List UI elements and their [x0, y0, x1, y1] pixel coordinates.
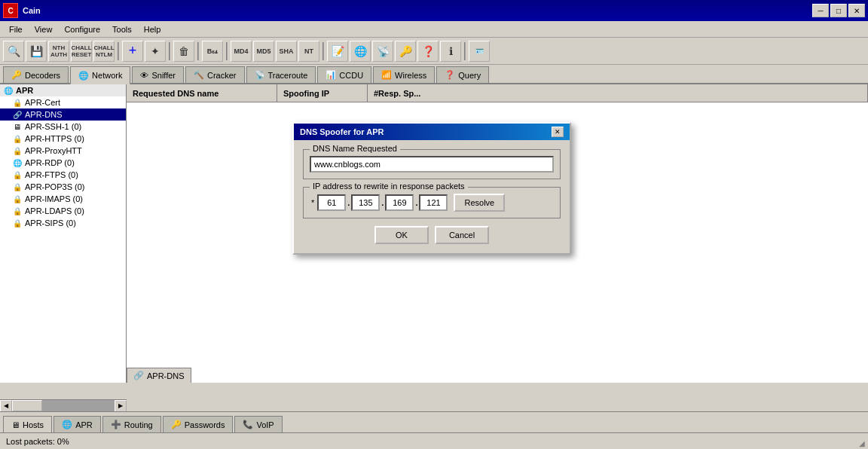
- app-title: Cain: [23, 6, 41, 15]
- toolbar-btn-star[interactable]: ✦: [145, 41, 166, 62]
- tree-item-apr-ldaps[interactable]: 🔒 APR-LDAPS (0): [0, 205, 126, 217]
- apr-tab-icon: 🌐: [62, 420, 72, 429]
- bottom-tab-apr[interactable]: 🌐 APR: [53, 416, 101, 432]
- aprhttps-icon: 🔒: [12, 135, 23, 143]
- tab-cracker[interactable]: 🔨 Cracker: [185, 66, 245, 83]
- scroll-right-btn[interactable]: ▶: [115, 400, 127, 412]
- toolbar-btn-b64[interactable]: B₆₄: [202, 41, 223, 62]
- toolbar-btn-net[interactable]: 🌐: [350, 41, 371, 62]
- resolve-button[interactable]: Resolve: [454, 194, 505, 212]
- close-button[interactable]: ✕: [848, 4, 865, 17]
- tab-ccdu[interactable]: 📊 CCDU: [317, 66, 371, 83]
- menu-view[interactable]: View: [29, 23, 59, 35]
- tab-query[interactable]: ❓ Query: [436, 66, 489, 83]
- tree-item-apr-sips[interactable]: 🔒 APR-SIPS (0): [0, 217, 126, 229]
- menu-configure[interactable]: Configure: [58, 23, 106, 35]
- ip-field-2[interactable]: [351, 194, 380, 211]
- menu-help[interactable]: Help: [138, 23, 167, 35]
- menu-bar: File View Configure Tools Help: [0, 21, 868, 38]
- tree-aprcert-label: APR-Cert: [25, 98, 60, 107]
- toolbar-btn-info[interactable]: ℹ: [440, 41, 461, 62]
- toolbar-sep-5: [322, 42, 324, 60]
- ip-field-1[interactable]: [317, 194, 346, 211]
- ip-field-3[interactable]: [385, 194, 414, 211]
- tree-item-apr-pop3s[interactable]: 🔒 APR-POP3S (0): [0, 181, 126, 193]
- toolbar-btn-chall[interactable]: CHALLRESET: [71, 41, 92, 62]
- tab-wireless[interactable]: 📶 Wireless: [373, 66, 435, 83]
- cancel-button[interactable]: Cancel: [435, 226, 489, 244]
- tree-item-apr-imaps[interactable]: 🔒 APR-IMAPS (0): [0, 193, 126, 205]
- bottom-tab-voip[interactable]: 📞 VoIP: [234, 416, 282, 432]
- tree-item-apr-rdp[interactable]: 🌐 APR-RDP (0): [0, 157, 126, 169]
- tree-aprftps-label: APR-FTPS (0): [25, 170, 78, 179]
- aprsips-icon: 🔒: [12, 219, 23, 228]
- tree-item-apr-ftps[interactable]: 🔒 APR-FTPS (0): [0, 169, 126, 181]
- col-resp-sp: #Resp. Sp...: [368, 84, 868, 102]
- toolbar-btn-id[interactable]: 🪪: [469, 41, 490, 62]
- aprimaps-icon: 🔒: [12, 195, 23, 203]
- hosts-tab-label: Hosts: [23, 420, 44, 429]
- dialog-close-button[interactable]: ✕: [552, 127, 564, 137]
- toolbar-btn-chall2[interactable]: CHALLNTLM: [93, 41, 115, 62]
- passwords-tab-icon: 🔑: [171, 420, 182, 429]
- ip-dot-3: .: [415, 198, 417, 207]
- toolbar-btn-2[interactable]: 💾: [26, 41, 47, 62]
- tree-aprpop3s-label: APR-POP3S (0): [25, 182, 84, 191]
- bottom-tab-routing[interactable]: ➕ Routing: [102, 416, 161, 432]
- bottom-tab-hosts[interactable]: 🖥 Hosts: [3, 416, 52, 432]
- tab-query-label: Query: [458, 71, 481, 80]
- sidebar-scrollbar[interactable]: ◀ ▶: [0, 399, 127, 411]
- bottom-tab-passwords[interactable]: 🔑 Passwords: [163, 416, 234, 432]
- tab-cracker-label: Cracker: [207, 71, 237, 80]
- tree-aprldaps-label: APR-LDAPS (0): [25, 206, 84, 215]
- resize-grip[interactable]: ◢: [856, 437, 868, 449]
- tree-item-apr[interactable]: 🌐 APR: [0, 84, 126, 96]
- tree-aprsips-label: APR-SIPS (0): [25, 218, 76, 228]
- dns-name-group: DNS Name Requested: [303, 149, 561, 179]
- ip-row: * . . . Resolve: [310, 194, 554, 212]
- cracker-icon: 🔨: [194, 70, 204, 80]
- tree-aprssh1-label: APR-SSH-1 (0): [25, 122, 81, 131]
- dns-spoofer-dialog: DNS Spoofer for APR ✕ DNS Name Requested…: [292, 122, 571, 255]
- dialog-title-text: DNS Spoofer for APR: [300, 127, 384, 136]
- minimize-button[interactable]: ─: [812, 4, 829, 17]
- toolbar-btn-m1[interactable]: MD4: [231, 41, 252, 62]
- ip-field-4[interactable]: [419, 194, 448, 211]
- toolbar-btn-key[interactable]: 🔑: [395, 41, 416, 62]
- dialog-body: DNS Name Requested IP address to rewrite…: [294, 140, 570, 253]
- ip-asterisk: *: [310, 198, 316, 207]
- scroll-left-btn[interactable]: ◀: [0, 400, 12, 412]
- toolbar-btn-wifi[interactable]: 📡: [372, 41, 393, 62]
- tree-item-apr-cert[interactable]: 🔒 APR-Cert: [0, 96, 126, 108]
- toolbar-btn-q[interactable]: ❓: [417, 41, 439, 62]
- tab-network[interactable]: 🌐 Network: [70, 66, 130, 84]
- bottom-tab-bar: 🖥 Hosts 🌐 APR ➕ Routing 🔑 Passwords 📞 Vo…: [0, 411, 868, 432]
- toolbar-btn-edit[interactable]: 📝: [327, 41, 348, 62]
- apr-dns-bottom-tab[interactable]: 🔗 APR-DNS: [127, 368, 191, 383]
- tab-sniffer[interactable]: 👁 Sniffer: [132, 66, 184, 83]
- ok-button[interactable]: OK: [374, 226, 429, 244]
- tree-item-apr-https[interactable]: 🔒 APR-HTTPS (0): [0, 133, 126, 145]
- toolbar-btn-m2[interactable]: MD5: [253, 41, 274, 62]
- tab-traceroute-label: Traceroute: [268, 71, 308, 80]
- tab-decoders[interactable]: 🔑 Decoders: [3, 66, 69, 83]
- toolbar-btn-plus[interactable]: +: [122, 41, 143, 62]
- window-controls: ─ □ ✕: [812, 4, 865, 17]
- toolbar-btn-m3[interactable]: SHA: [276, 41, 297, 62]
- toolbar-btn-1[interactable]: 🔍: [3, 41, 24, 62]
- toolbar-btn-delete[interactable]: 🗑: [173, 41, 194, 62]
- tree-aprimaps-label: APR-IMAPS (0): [25, 194, 83, 203]
- toolbar-btn-ntlm[interactable]: NTHAUTH: [48, 41, 69, 62]
- menu-tools[interactable]: Tools: [106, 23, 138, 35]
- tree-item-apr-proxyhttp[interactable]: 🔒 APR-ProxyHTT: [0, 145, 126, 157]
- dns-name-input[interactable]: [310, 156, 554, 173]
- tree-item-apr-dns[interactable]: 🔗 APR-DNS: [0, 108, 126, 121]
- tree-item-apr-ssh1[interactable]: 🖥 APR-SSH-1 (0): [0, 121, 126, 133]
- maximize-button[interactable]: □: [830, 4, 847, 17]
- scroll-thumb[interactable]: [12, 400, 42, 411]
- menu-file[interactable]: File: [3, 23, 29, 35]
- tab-traceroute[interactable]: 📡 Traceroute: [246, 66, 316, 83]
- scroll-track[interactable]: [12, 400, 115, 411]
- routing-tab-icon: ➕: [111, 420, 121, 429]
- toolbar-btn-m4[interactable]: NT: [298, 41, 319, 62]
